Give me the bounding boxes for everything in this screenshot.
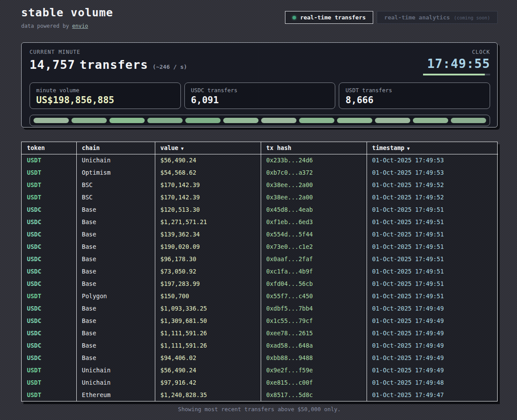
minute-activity-segments — [30, 115, 490, 126]
envio-link[interactable]: envio — [72, 23, 88, 29]
cell-hash[interactable]: 0x55f7...c450 — [261, 290, 367, 302]
cell-token: USDT — [22, 191, 76, 203]
cell-value: $96,178.30 — [155, 253, 261, 265]
cell-hash[interactable]: 0xfd04...56cb — [261, 278, 367, 290]
stat-label: USDC transfers — [191, 87, 329, 94]
activity-segment — [109, 118, 145, 123]
activity-segment — [185, 118, 221, 123]
clock-time: 17:49:55 — [423, 56, 490, 71]
cell-hash[interactable]: 0xad58...648a — [261, 339, 367, 352]
table-row: USDTBSC$170,142.390x38ee...2a0001-Oct-20… — [22, 179, 498, 191]
col-header-chain[interactable]: chain — [76, 142, 155, 154]
cell-token: USDT — [22, 376, 76, 389]
cell-hash[interactable]: 0xb7c0...a372 — [261, 166, 367, 179]
cell-hash[interactable]: 0x9e2f...f59e — [261, 364, 367, 376]
cell-value: $56,490.24 — [155, 154, 261, 166]
cell-ts: 01-Oct-2025 17:49:49 — [367, 302, 498, 315]
cell-hash[interactable]: 0x8517...5d8c — [261, 389, 367, 401]
cell-ts: 01-Oct-2025 17:49:53 — [367, 166, 498, 179]
activity-segment — [375, 118, 410, 123]
col-header-tx-hash[interactable]: tx hash — [261, 142, 367, 154]
cell-hash[interactable]: 0x0aaf...2faf — [261, 253, 367, 265]
table-row: USDTUnichain$56,490.240x233b...24d601-Oc… — [22, 154, 498, 166]
table-row: USDCBase$94,406.020xbb88...948801-Oct-20… — [22, 352, 498, 364]
cell-hash[interactable]: 0xf1eb...6ed3 — [261, 216, 367, 228]
cell-token: USDT — [22, 179, 76, 191]
cell-hash[interactable]: 0x554d...5f44 — [261, 228, 367, 240]
table-row: USDCBase$1,111,591.260xee78...261501-Oct… — [22, 327, 498, 339]
cell-hash[interactable]: 0x73e0...c1e2 — [261, 240, 367, 253]
cell-ts: 01-Oct-2025 17:49:51 — [367, 290, 498, 302]
transfers-table: tokenchainvalue▼tx hashtimestamp▼ USDTUn… — [21, 142, 498, 401]
activity-segment — [299, 118, 334, 123]
cell-ts: 01-Oct-2025 17:49:49 — [367, 315, 498, 327]
cell-ts: 01-Oct-2025 17:49:51 — [367, 228, 498, 240]
transfer-unit: transfers — [80, 58, 148, 71]
table-row: USDCBase$1,111,591.260xad58...648a01-Oct… — [22, 339, 498, 352]
cell-token: USDC — [22, 339, 76, 352]
col-header-timestamp[interactable]: timestamp▼ — [367, 142, 498, 154]
cell-value: $150,700 — [155, 290, 261, 302]
sort-desc-icon: ▼ — [407, 146, 410, 151]
cell-chain: BSC — [76, 179, 155, 191]
brand: stable volume data powered by envio — [21, 6, 113, 29]
table-row: USDTOptimism$54,568.620xb7c0...a37201-Oc… — [22, 166, 498, 179]
cell-value: $170,142.39 — [155, 179, 261, 191]
top-bar: stable volume data powered by envio real… — [21, 0, 498, 40]
cell-chain: Unichain — [76, 376, 155, 389]
activity-segment — [223, 118, 258, 123]
stat-usdt-transfers: USDT transfers 8,666 — [339, 82, 490, 109]
col-header-token[interactable]: token — [22, 142, 76, 154]
table-header-row: tokenchainvalue▼tx hashtimestamp▼ — [22, 142, 498, 154]
cell-ts: 01-Oct-2025 17:49:53 — [367, 154, 498, 166]
cell-hash[interactable]: 0xc1fa...4b9f — [261, 265, 367, 278]
cell-chain: Base — [76, 216, 155, 228]
cell-value: $170,142.39 — [155, 191, 261, 203]
cell-value: $73,050.92 — [155, 265, 261, 278]
subtitle: data powered by envio — [21, 23, 113, 29]
cell-token: USDC — [22, 327, 76, 339]
stat-value: US$198,856,885 — [36, 95, 174, 105]
cell-chain: Unichain — [76, 154, 155, 166]
cell-ts: 01-Oct-2025 17:49:52 — [367, 179, 498, 191]
clock-label: CLOCK — [423, 49, 490, 55]
cell-chain: Base — [76, 302, 155, 315]
tab-realtime-analytics[interactable]: real-time analytics (coming soon) — [377, 11, 498, 24]
cell-ts: 01-Oct-2025 17:49:51 — [367, 253, 498, 265]
cell-chain: Base — [76, 203, 155, 216]
table-row: USDTPolygon$150,7000x55f7...c45001-Oct-2… — [22, 290, 498, 302]
cell-chain: Base — [76, 352, 155, 364]
cell-chain: Base — [76, 339, 155, 352]
cell-ts: 01-Oct-2025 17:49:51 — [367, 216, 498, 228]
stat-minute-volume: minute volume US$198,856,885 — [30, 82, 181, 109]
current-minute-label: CURRENT MINUTE — [30, 49, 187, 55]
cell-hash[interactable]: 0x38ee...2a00 — [261, 191, 367, 203]
cell-value: $97,916.42 — [155, 376, 261, 389]
cell-hash[interactable]: 0x45d8...4eab — [261, 203, 367, 216]
cell-hash[interactable]: 0xbb88...9488 — [261, 352, 367, 364]
tab-label: real-time analytics — [384, 14, 450, 21]
cell-ts: 01-Oct-2025 17:49:49 — [367, 364, 498, 376]
transfer-count-line: 14,757 transfers (~246 / s) — [30, 58, 187, 71]
tab-realtime-transfers[interactable]: real-time transfers — [285, 11, 373, 24]
minute-summary: CURRENT MINUTE 14,757 transfers (~246 / … — [30, 49, 187, 71]
cell-hash[interactable]: 0xdbf5...7bb4 — [261, 302, 367, 315]
panel-top: CURRENT MINUTE 14,757 transfers (~246 / … — [30, 49, 490, 81]
cell-value: $1,111,591.26 — [155, 327, 261, 339]
cell-hash[interactable]: 0x233b...24d6 — [261, 154, 367, 166]
cell-ts: 01-Oct-2025 17:49:49 — [367, 352, 498, 364]
cell-token: USDC — [22, 302, 76, 315]
cell-token: USDT — [22, 154, 76, 166]
cell-chain: Ethereum — [76, 389, 155, 401]
cell-hash[interactable]: 0x38ee...2a00 — [261, 179, 367, 191]
cell-ts: 01-Oct-2025 17:49:47 — [367, 389, 498, 401]
table-row: USDTEthereum$1,240,828.350x8517...5d8c01… — [22, 389, 498, 401]
cell-value: $1,111,591.26 — [155, 339, 261, 352]
cell-value: $1,309,681.50 — [155, 315, 261, 327]
cell-token: USDC — [22, 240, 76, 253]
col-header-value[interactable]: value▼ — [155, 142, 261, 154]
cell-hash[interactable]: 0xe815...c00f — [261, 376, 367, 389]
cell-hash[interactable]: 0x1c55...79cf — [261, 315, 367, 327]
stat-label: minute volume — [36, 87, 174, 94]
cell-hash[interactable]: 0xee78...2615 — [261, 327, 367, 339]
